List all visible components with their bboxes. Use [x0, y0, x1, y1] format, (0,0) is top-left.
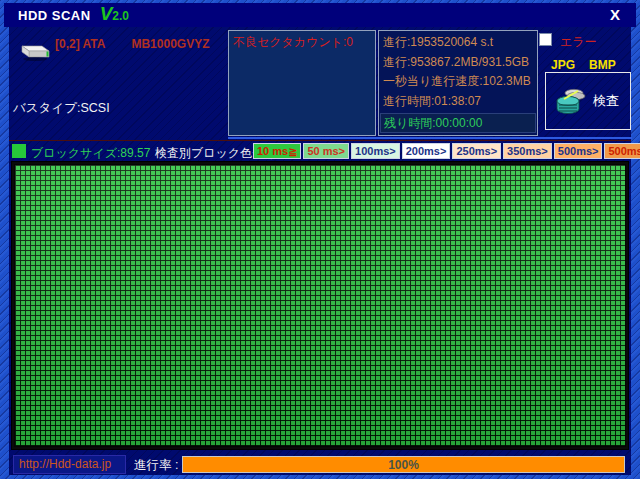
legend-chip-10ms: 10 ms≧: [253, 143, 301, 159]
bad-sector-panel: 不良セクタカウント:0: [228, 30, 376, 136]
progress-remaining: 残り時間:00:00:00: [380, 113, 536, 133]
block-swatch: [12, 144, 26, 158]
legend-chips: 10 ms≧50 ms>100ms>200ms>250ms>350ms>500m…: [253, 143, 640, 159]
legend-chip-350ms: 350ms>: [503, 143, 552, 159]
bad-sector-count: 不良セクタカウント:0: [233, 34, 353, 51]
drive-id: [0,2] ATA: [55, 37, 105, 51]
drive-select[interactable]: [0,2] ATA MB1000GVYZ: [55, 37, 209, 51]
progress-rows: 進行:1953520064 s.t 進行:953867.2MB/931.5GB …: [379, 33, 537, 111]
progress-bar: 100%: [182, 456, 625, 473]
close-button[interactable]: X: [610, 6, 620, 23]
progress-sectors: 進行:1953520064 s.t: [379, 33, 537, 53]
app-title: HDD SCAN: [18, 8, 91, 23]
error-checkbox[interactable]: [539, 33, 552, 46]
progress-bytes: 進行:953867.2MB/931.5GB: [379, 53, 537, 73]
jpg-button[interactable]: JPG: [551, 58, 575, 72]
client-area: [0,2] ATA MB1000GVYZ バスタイプ:SCSI ファームウェア:…: [9, 27, 631, 475]
bus-type: バスタイプ:SCSI: [13, 98, 211, 118]
disk-stack-icon: [552, 83, 588, 119]
legend-chip-500ms: 500ms<: [604, 143, 640, 159]
app-version: V2.0: [100, 7, 129, 23]
block-map[interactable]: [12, 162, 628, 449]
drive-model: MB1000GVYZ: [131, 37, 209, 51]
progress-rate-label: 進行率 :: [134, 457, 178, 474]
titlebar[interactable]: HDD SCAN V2.0 X: [4, 3, 636, 27]
app-window: HDD SCAN V2.0 X [0,2] ATA MB1000GVYZ バスタ…: [0, 0, 640, 479]
block-map-cells: [15, 165, 625, 446]
scan-button[interactable]: 検査: [545, 72, 631, 130]
legend-chip-200ms: 200ms>: [402, 143, 451, 159]
progress-percent: 100%: [388, 458, 419, 472]
legend-chip-50ms: 50 ms>: [303, 143, 349, 159]
bmp-button[interactable]: BMP: [589, 58, 616, 72]
progress-info-panel: 進行:1953520064 s.t 進行:953867.2MB/931.5GB …: [378, 30, 538, 136]
divider: [228, 137, 632, 139]
legend-chip-250ms: 250ms>: [452, 143, 501, 159]
progress-speed: 一秒当り進行速度:102.3MB: [379, 72, 537, 92]
scan-button-label: 検査: [593, 92, 619, 110]
legend-chip-500ms: 500ms>: [554, 143, 603, 159]
website-link[interactable]: http://Hdd-data.jp: [13, 455, 126, 474]
block-size-label: ブロックサイズ:89.57: [31, 145, 150, 162]
progress-elapsed: 進行時間:01:38:07: [379, 92, 537, 112]
legend-chip-100ms: 100ms>: [351, 143, 400, 159]
divider: [9, 140, 631, 141]
error-checkbox-label: エラー: [560, 34, 597, 51]
